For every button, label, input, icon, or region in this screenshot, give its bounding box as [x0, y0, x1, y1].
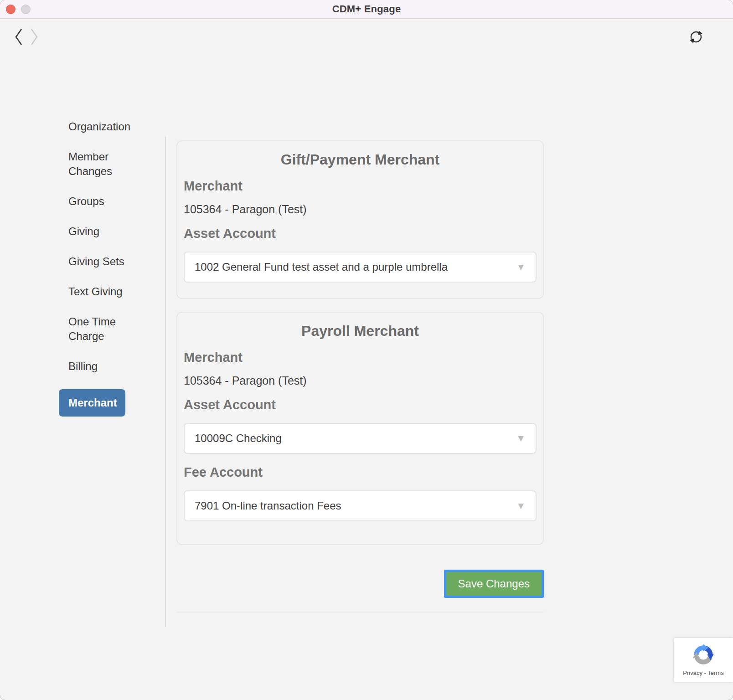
save-button-focus-ring: Save Changes [444, 570, 544, 598]
chevron-down-icon: ▼ [516, 433, 526, 444]
panel-title: Payroll Merchant [184, 323, 537, 339]
sidebar-item-giving[interactable]: Giving [58, 224, 131, 239]
merchant-label: Merchant [184, 350, 537, 365]
refresh-button[interactable] [688, 29, 704, 45]
minimize-button[interactable] [21, 5, 31, 14]
fee-account-label: Fee Account [184, 465, 537, 479]
panel-title: Gift/Payment Merchant [184, 151, 537, 168]
selected-option-text: 7901 On-line transaction Fees [195, 499, 341, 512]
window-title: CDM+ Engage [332, 3, 401, 15]
save-row: Save Changes [176, 570, 544, 598]
merchant-value: 105364 - Paragon (Test) [184, 203, 537, 215]
recaptcha-logo-icon [689, 640, 718, 669]
payroll-asset-account-select[interactable]: 10009C Checking ▼ [184, 423, 537, 454]
content-divider [176, 612, 544, 612]
chevron-down-icon: ▼ [516, 500, 526, 511]
sidebar-item-member-changes[interactable]: Member Changes [58, 149, 131, 179]
close-button[interactable] [6, 5, 15, 14]
sidebar-divider [165, 137, 166, 627]
recaptcha-badge: Privacy - Terms [674, 638, 733, 682]
window-controls [6, 0, 31, 18]
save-changes-button[interactable]: Save Changes [446, 572, 542, 596]
privacy-terms: Privacy - Terms [683, 669, 723, 676]
sidebar-item-merchant[interactable]: Merchant [59, 389, 125, 417]
titlebar: CDM+ Engage [0, 0, 733, 19]
selected-option-text: 1002 General Fund test asset and a purpl… [195, 261, 448, 273]
sidebar-item-billing[interactable]: Billing [58, 359, 131, 374]
asset-account-label: Asset Account [184, 226, 537, 241]
sidebar-item-one-time-charge[interactable]: One Time Charge [58, 314, 131, 344]
refresh-icon [688, 29, 704, 45]
merchant-value: 105364 - Paragon (Test) [184, 375, 537, 386]
selected-option-text: 10009C Checking [195, 432, 282, 445]
chevron-left-icon [14, 27, 25, 46]
app-window: CDM+ Engage Organization Member Changes … [0, 0, 733, 700]
asset-account-label: Asset Account [184, 397, 537, 412]
sidebar-item-groups[interactable]: Groups [58, 194, 131, 209]
terms-link[interactable]: Terms [707, 669, 723, 676]
chevron-right-icon [28, 27, 39, 46]
gift-asset-account-select[interactable]: 1002 General Fund test asset and a purpl… [184, 252, 537, 283]
payroll-fee-account-select[interactable]: 7901 On-line transaction Fees ▼ [184, 490, 537, 521]
chevron-down-icon: ▼ [516, 262, 526, 273]
merchant-label: Merchant [184, 179, 537, 193]
settings-sidebar: Organization Member Changes Groups Givin… [58, 119, 145, 432]
privacy-link[interactable]: Privacy [683, 669, 702, 676]
privacy-terms-separator: - [704, 669, 706, 676]
payroll-merchant-panel: Payroll Merchant Merchant 105364 - Parag… [176, 312, 544, 545]
sidebar-item-organization[interactable]: Organization [58, 119, 131, 134]
sidebar-item-text-giving[interactable]: Text Giving [58, 284, 131, 299]
gift-payment-merchant-panel: Gift/Payment Merchant Merchant 105364 - … [176, 140, 544, 299]
back-button[interactable] [14, 27, 25, 46]
merchant-settings-content: Gift/Payment Merchant Merchant 105364 - … [176, 140, 544, 612]
sidebar-item-giving-sets[interactable]: Giving Sets [58, 254, 131, 269]
forward-button[interactable] [28, 27, 39, 46]
